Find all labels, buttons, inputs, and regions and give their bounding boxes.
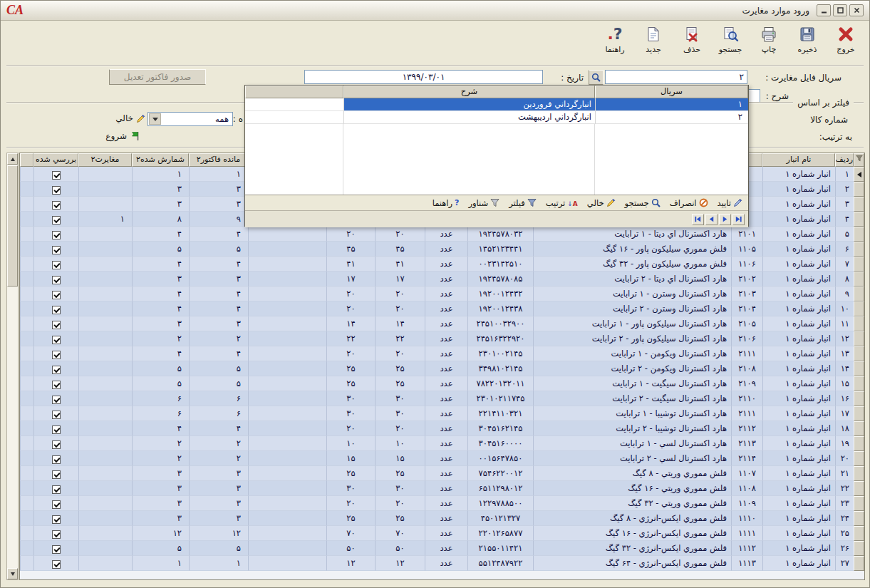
header-anbar[interactable]: نام انبار (762, 153, 835, 167)
cell-product: هارد اكسترنال توشيبا - ۱ ترابايت (533, 406, 731, 421)
issue-adjust-invoice-button[interactable]: صدور فاكتور تعديل (109, 69, 206, 85)
popup-row[interactable]: ۱ انبارگرداني فروردين (245, 98, 748, 111)
minimize-button[interactable] (817, 4, 831, 16)
print-button[interactable]: چاپ (752, 25, 785, 54)
table-row[interactable]: ۱۱ انبار شماره ۱ ۲۱۰۵ هارد اكسترنال سيلي… (20, 316, 864, 331)
nav-first-button[interactable] (732, 214, 745, 225)
table-row[interactable]: ۱۷ انبار شماره ۱ ۲۱۱۱ هارد اكسترنال توشي… (20, 406, 864, 421)
cell-radif: ۲۵ (835, 526, 854, 541)
lookup-header-serial[interactable]: سريال (595, 86, 748, 98)
combobox-arrow-button[interactable] (149, 113, 161, 125)
serial-file-input[interactable] (605, 70, 747, 84)
row-checkbox[interactable] (52, 545, 61, 554)
table-row[interactable]: ۲۳ انبار شماره ۱ ۱۱۰۹ فلش مموري وريتي - … (20, 496, 864, 511)
row-checkbox[interactable] (52, 440, 61, 449)
table-row[interactable]: ۸ انبار شماره ۱ ۲۱۰۲ هارد اكسترنال اي دي… (20, 272, 864, 287)
cell-anbar: انبار شماره ۱ (762, 556, 835, 571)
header-radif[interactable]: رديف (835, 153, 854, 167)
table-row[interactable]: ۲۷ انبار شماره ۱ ۱۱۱۳ فلش مموري ايكس-انر… (20, 556, 864, 571)
table-row[interactable]: ۱۹ انبار شماره ۱ ۲۱۱۳ هارد اكسترنال لسي … (20, 436, 864, 451)
lookup-help-button[interactable]: ?راهنما (433, 198, 460, 208)
exit-button[interactable]: خروج (829, 25, 862, 54)
row-checkbox[interactable] (52, 366, 61, 374)
table-row[interactable]: ۱۴ انبار شماره ۱ ۲۱۰۸ هارد اكسترنال ويكو… (20, 361, 864, 376)
help-button[interactable]: ?. راهنما (599, 25, 631, 54)
row-checkbox[interactable] (52, 261, 61, 269)
selector-header-cell[interactable] (854, 153, 864, 167)
table-row[interactable]: ۲۵ انبار شماره ۱ ۱۱۱۱ فلش مموري ايكس-انر… (20, 526, 864, 541)
nav-next-button[interactable] (705, 214, 718, 225)
row-checkbox[interactable] (52, 291, 61, 299)
scroll-down-button[interactable] (7, 568, 18, 579)
lookup-clear-button[interactable]: خالي (587, 198, 616, 208)
lookup-filter-button[interactable]: فيلتر (509, 198, 537, 208)
row-checkbox[interactable] (52, 171, 61, 180)
row-checkbox[interactable] (52, 351, 61, 359)
table-row[interactable]: ۱۲ انبار شماره ۱ ۲۱۰۶ هارد اكسترنال سيلي… (20, 331, 864, 346)
row-checkbox[interactable] (52, 425, 61, 434)
table-row[interactable]: ۱۵ انبار شماره ۱ ۲۱۰۹ هارد اكسترنال سيگي… (20, 376, 864, 391)
date-input[interactable] (304, 70, 543, 84)
nav-prev-button[interactable] (719, 214, 731, 225)
range-combobox[interactable]: همه (147, 112, 233, 126)
scrollbar-thumb[interactable] (7, 165, 18, 287)
nav-last-button[interactable] (692, 214, 704, 225)
delete-button[interactable]: حذف (675, 25, 708, 54)
serial-lookup-button[interactable] (589, 70, 604, 85)
row-checkbox[interactable] (52, 530, 61, 539)
row-checkbox[interactable] (52, 201, 61, 210)
confirm-button[interactable]: تاييد (718, 198, 742, 208)
cancel-button[interactable]: انصراف (670, 198, 708, 208)
header-mande[interactable]: مانده فاكتور۲ (189, 153, 248, 167)
start-button[interactable]: شروع (105, 131, 140, 141)
lookup-header-desc[interactable]: شرح (343, 86, 595, 98)
row-checkbox[interactable] (52, 560, 61, 569)
row-checkbox[interactable] (52, 485, 61, 494)
row-checkbox[interactable] (52, 246, 61, 254)
table-row[interactable]: ۲۲ انبار شماره ۱ ۱۱۰۸ فلش مموري وريتي - … (20, 481, 864, 496)
row-checkbox[interactable] (52, 216, 61, 225)
row-checkbox[interactable] (52, 306, 61, 314)
table-row[interactable]: ۵ انبار شماره ۱ ۲۱۰۱ هارد اكسترنال اي دي… (20, 227, 864, 242)
table-row[interactable]: ۲۱ انبار شماره ۱ ۱۱۰۷ فلش مموري وريتي - … (20, 466, 864, 481)
table-row[interactable]: ۱۶ انبار شماره ۱ ۲۱۱۰ هارد اكسترنال سيگي… (20, 391, 864, 406)
row-checkbox[interactable] (52, 500, 61, 509)
header-moghayerat[interactable]: مغايرت۲ (78, 153, 132, 167)
row-checkbox[interactable] (52, 336, 61, 344)
row-checkbox[interactable] (52, 396, 61, 404)
save-button[interactable]: ذخيره (791, 25, 824, 54)
lookup-search-button[interactable]: جستجو (625, 198, 661, 208)
table-row[interactable]: ۶ انبار شماره ۱ ۱۱۰۵ فلش مموري سيليكون پ… (20, 242, 864, 257)
table-row[interactable]: ۱۰ انبار شماره ۱ ۲۱۰۴ هارد اكسترنال وستر… (20, 301, 864, 316)
table-row[interactable]: ۲۴ انبار شماره ۱ ۱۱۱۰ فلش مموري ايكس-انر… (20, 511, 864, 526)
header-check[interactable]: بررسي شده (33, 153, 78, 167)
popup-row[interactable]: ۲ انبارگرداني ارديبهشت (245, 111, 748, 124)
header-shomaresh[interactable]: شمارش شده۲ (132, 153, 189, 167)
new-button[interactable]: جديد (637, 25, 670, 54)
table-row[interactable]: ۹ انبار شماره ۱ ۲۱۰۳ هارد اكسترنال وسترن… (20, 287, 864, 301)
lookup-sort-button[interactable]: A↓ترتيب (546, 198, 578, 208)
row-checkbox[interactable] (52, 455, 61, 464)
row-checkbox[interactable] (52, 276, 61, 284)
close-button[interactable] (849, 4, 864, 16)
row-checkbox[interactable] (52, 381, 61, 389)
row-checkbox[interactable] (52, 515, 61, 524)
lookup-float-button[interactable]: شناور (468, 198, 499, 208)
cell-extra (248, 466, 326, 481)
row-checkbox[interactable] (52, 411, 61, 419)
table-row[interactable]: ۱۳ انبار شماره ۱ ۲۱۱۱ هارد اكسترنال ويكو… (20, 346, 864, 361)
search-button[interactable]: جستجو (714, 25, 747, 54)
cell-extra (248, 541, 326, 556)
empty-filter-toggle[interactable]: خالي (115, 113, 145, 123)
table-row[interactable]: ۲۰ انبار شماره ۱ ۲۱۱۴ هارد اكسترنال لسي … (20, 451, 864, 466)
row-checkbox[interactable] (52, 231, 61, 239)
scroll-up-button[interactable] (7, 153, 18, 165)
table-row[interactable]: ۲۶ انبار شماره ۱ ۱۱۱۲ فلش مموري ايكس-انر… (20, 541, 864, 556)
maximize-button[interactable] (833, 4, 847, 16)
grid-scrollbar[interactable] (6, 153, 19, 580)
table-row[interactable]: ۱۸ انبار شماره ۱ ۲۱۱۲ هارد اكسترنال توشي… (20, 421, 864, 436)
row-checkbox[interactable] (52, 321, 61, 329)
table-row[interactable]: ۷ انبار شماره ۱ ۱۱۰۶ فلش مموري سيليكون پ… (20, 257, 864, 272)
row-checkbox[interactable] (52, 186, 61, 195)
row-checkbox[interactable] (52, 470, 61, 479)
